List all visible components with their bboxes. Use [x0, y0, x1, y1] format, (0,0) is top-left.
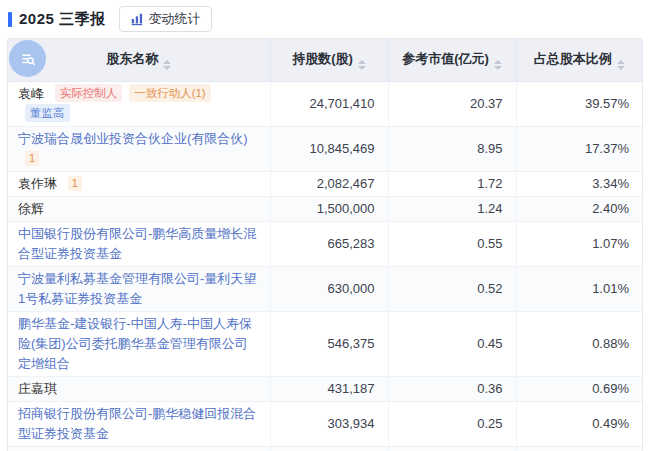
table-row: 招商银行股份有限公司-鹏华稳健回报混合型证券投资基金 303,934 0.25 …	[8, 402, 642, 447]
shareholder-name: 徐辉	[18, 201, 44, 216]
cell-shares: 303,934	[270, 402, 388, 447]
cell-ratio: 1.07%	[516, 222, 642, 267]
footnote-badge: 1	[25, 151, 39, 166]
search-filter-icon[interactable]	[9, 40, 46, 77]
shareholder-data-table: 股东名称 持股数(股) 参考市值(亿元) 占总股本比例 袁峰 实际控制人一致行动…	[8, 39, 642, 451]
shareholder-name: 袁作琳	[18, 176, 57, 191]
cell-ratio: 3.34%	[516, 172, 642, 197]
shareholder-table: 股东名称 持股数(股) 参考市值(亿元) 占总股本比例 袁峰 实际控制人一致行动…	[7, 38, 643, 451]
table-header: 股东名称 持股数(股) 参考市值(亿元) 占总股本比例	[8, 39, 642, 82]
table-body: 袁峰 实际控制人一致行动人(1)董监高 24,701,410 20.37 39.…	[8, 82, 642, 451]
table-row: 宁波瑞合晟创业投资合伙企业(有限合伙) 1 10,845,469 8.95 17…	[8, 127, 642, 172]
shareholder-name[interactable]: 宁波量利私募基金管理有限公司-量利天望1号私募证券投资基金	[18, 271, 256, 306]
cell-shares: 1,500,000	[270, 197, 388, 222]
cell-shares: 24,701,410	[270, 82, 388, 127]
shareholder-name: 庄嘉琪	[18, 381, 57, 396]
cell-market-value: 1.24	[388, 197, 516, 222]
cell-market-value: 0.55	[388, 222, 516, 267]
cell-shares: 10,845,469	[270, 127, 388, 172]
title-accent-bar	[8, 12, 12, 27]
sort-icon[interactable]	[494, 60, 502, 70]
page: 2025 三季报 变动统计	[0, 0, 650, 451]
cell-shares: 546,375	[270, 312, 388, 377]
table-row: 庄嘉琪 431,187 0.36 0.69%	[8, 377, 642, 402]
change-statistics-button[interactable]: 变动统计	[119, 6, 212, 32]
cell-shares: 2,082,467	[270, 172, 388, 197]
column-label: 持股数(股)	[292, 51, 353, 66]
column-header-shareholder-name[interactable]: 股东名称	[8, 39, 270, 82]
cell-market-value: 8.95	[388, 127, 516, 172]
cell-shares: 665,283	[270, 222, 388, 267]
table-row: 沈凡 270,000 0.22 0.43%	[8, 447, 642, 451]
page-title: 2025 三季报	[19, 10, 106, 29]
column-header-market-value[interactable]: 参考市值(亿元)	[388, 39, 516, 82]
bar-chart-icon	[130, 12, 144, 26]
table-row: 宁波量利私募基金管理有限公司-量利天望1号私募证券投资基金 630,000 0.…	[8, 267, 642, 312]
footnote-badge: 1	[68, 176, 82, 191]
shareholder-tag-blue: 董监高	[25, 104, 70, 122]
cell-shares: 630,000	[270, 267, 388, 312]
table-row: 袁峰 实际控制人一致行动人(1)董监高 24,701,410 20.37 39.…	[8, 82, 642, 127]
shareholder-tag-red: 实际控制人	[55, 84, 123, 102]
cell-market-value: 0.45	[388, 312, 516, 377]
cell-market-value: 0.36	[388, 377, 516, 402]
shareholder-name[interactable]: 宁波瑞合晟创业投资合伙企业(有限合伙)	[18, 131, 248, 146]
sort-icon[interactable]	[358, 60, 366, 70]
cell-ratio: 0.43%	[516, 447, 642, 451]
column-header-shares-held[interactable]: 持股数(股)	[270, 39, 388, 82]
cell-market-value: 0.22	[388, 447, 516, 451]
shareholder-name[interactable]: 鹏华基金-建设银行-中国人寿-中国人寿保险(集团)公司委托鹏华基金管理有限公司定…	[18, 316, 252, 371]
cell-ratio: 0.49%	[516, 402, 642, 447]
cell-shares: 270,000	[270, 447, 388, 451]
change-statistics-label: 变动统计	[149, 10, 201, 28]
cell-ratio: 0.88%	[516, 312, 642, 377]
shareholder-name[interactable]: 招商银行股份有限公司-鹏华稳健回报混合型证券投资基金	[18, 406, 256, 441]
shareholder-tag-orange: 一致行动人(1)	[129, 84, 211, 102]
table-row: 中国银行股份有限公司-鹏华高质量增长混合型证券投资基金 665,283 0.55…	[8, 222, 642, 267]
shareholder-name[interactable]: 中国银行股份有限公司-鹏华高质量增长混合型证券投资基金	[18, 226, 256, 261]
column-label: 占总股本比例	[534, 51, 612, 66]
cell-market-value: 20.37	[388, 82, 516, 127]
cell-ratio: 17.37%	[516, 127, 642, 172]
sort-icon[interactable]	[617, 60, 625, 70]
table-row: 鹏华基金-建设银行-中国人寿-中国人寿保险(集团)公司委托鹏华基金管理有限公司定…	[8, 312, 642, 377]
shareholder-name: 袁峰	[18, 86, 44, 101]
top-bar: 2025 三季报 变动统计	[8, 6, 643, 32]
cell-market-value: 0.52	[388, 267, 516, 312]
cell-ratio: 2.40%	[516, 197, 642, 222]
column-label: 参考市值(亿元)	[402, 51, 489, 66]
cell-market-value: 1.72	[388, 172, 516, 197]
column-label: 股东名称	[106, 51, 158, 66]
cell-shares: 431,187	[270, 377, 388, 402]
cell-ratio: 0.69%	[516, 377, 642, 402]
column-header-ratio[interactable]: 占总股本比例	[516, 39, 642, 82]
cell-market-value: 0.25	[388, 402, 516, 447]
table-row: 袁作琳 1 2,082,467 1.72 3.34%	[8, 172, 642, 197]
table-row: 徐辉 1,500,000 1.24 2.40%	[8, 197, 642, 222]
sort-icon[interactable]	[163, 60, 171, 70]
cell-ratio: 39.57%	[516, 82, 642, 127]
cell-ratio: 1.01%	[516, 267, 642, 312]
